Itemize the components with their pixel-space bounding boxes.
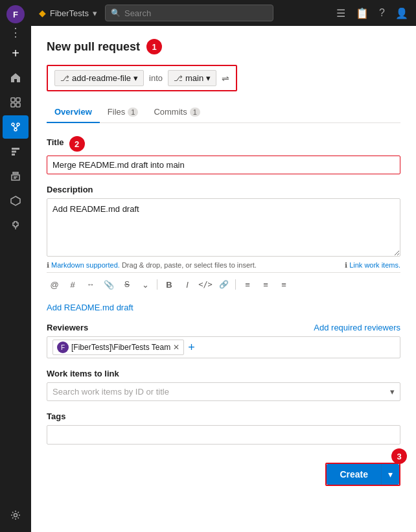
reviewers-section: Reviewers Add required reviewers F [Fibe…: [47, 323, 400, 358]
toolbar-link-button[interactable]: 🔗: [216, 277, 231, 292]
description-section: Description Add README.md draft ℹ Markdo…: [47, 185, 400, 292]
project-diamond-icon: ◆: [39, 8, 46, 18]
svg-rect-3: [16, 103, 20, 107]
reviewer-tag: F [FiberTests]\FiberTests Team ✕: [52, 340, 184, 355]
reviewer-remove-button[interactable]: ✕: [173, 343, 179, 352]
svg-point-4: [12, 123, 14, 126]
add-required-reviewers-link[interactable]: Add required reviewers: [314, 323, 400, 332]
sidebar-menu-dots[interactable]: ⋮: [10, 25, 21, 40]
sidebar-item-extensions[interactable]: [3, 214, 29, 237]
reviewer-add-button[interactable]: +: [188, 341, 195, 354]
create-dropdown-button[interactable]: ▾: [381, 464, 399, 485]
sidebar-item-boards[interactable]: [3, 91, 29, 114]
svg-line-7: [13, 126, 16, 128]
toolbar-sep-2: [235, 279, 236, 290]
toolbar-ordered-list-button[interactable]: ≡: [276, 277, 292, 292]
sidebar-item-home[interactable]: [3, 66, 29, 89]
svg-rect-2: [11, 103, 15, 107]
swap-branches-icon[interactable]: ⇌: [222, 73, 229, 84]
draft-link[interactable]: Add README.md draft: [47, 303, 133, 312]
toolbar-strikethrough-button[interactable]: S: [119, 277, 135, 292]
sidebar-item-testplans[interactable]: [3, 165, 29, 188]
user-icon[interactable]: 👤: [395, 7, 408, 19]
target-branch-chevron[interactable]: ▾: [206, 73, 211, 83]
source-branch-chevron[interactable]: ▾: [133, 73, 138, 83]
svg-marker-11: [11, 196, 20, 205]
tab-commits-count: 1: [190, 108, 200, 117]
reviewers-label: Reviewers: [47, 323, 88, 332]
step-badge-2: 2: [69, 136, 85, 152]
toolbar-hash-button[interactable]: #: [65, 277, 80, 292]
tags-section: Tags: [47, 411, 400, 445]
topbar-search-box[interactable]: 🔍 Search: [105, 5, 273, 21]
toolbar-chevron-button[interactable]: ⌄: [137, 277, 153, 292]
toolbar-mention-button[interactable]: ↔: [83, 277, 98, 292]
page-title-row: New pull request 1: [47, 39, 400, 54]
step-badge-3: 3: [391, 448, 407, 464]
work-items-search[interactable]: Search work items by ID or title ▾: [47, 382, 400, 401]
tab-files[interactable]: Files 1: [100, 102, 146, 123]
branch-icon-target: ⎇: [174, 74, 183, 83]
search-icon: 🔍: [111, 8, 121, 17]
svg-rect-0: [11, 98, 15, 102]
tab-commits[interactable]: Commits 1: [146, 102, 207, 123]
tags-input[interactable]: [47, 425, 400, 445]
svg-point-6: [14, 128, 17, 131]
topbar-right-icons: ☰ 📋 ? 👤: [336, 7, 408, 19]
toolbar-unordered-list-button[interactable]: ≡: [258, 277, 273, 292]
svg-rect-1: [16, 98, 20, 102]
menu-icon[interactable]: ☰: [336, 7, 345, 19]
toolbar-align-button[interactable]: ≡: [240, 277, 255, 292]
sidebar-item-settings[interactable]: [3, 503, 29, 527]
source-branch-name: add-readme-file: [72, 73, 131, 83]
tab-files-count: 1: [128, 108, 138, 117]
tab-commits-label: Commits: [154, 107, 187, 117]
description-textarea[interactable]: Add README.md draft: [47, 198, 400, 257]
markdown-hint-link[interactable]: Markdown supported.: [51, 261, 120, 269]
reviewer-field[interactable]: F [FiberTests]\FiberTests Team ✕ +: [47, 336, 400, 358]
toolbar-at-button[interactable]: @: [47, 277, 62, 292]
target-branch-button[interactable]: ⎇ main ▾: [168, 70, 216, 86]
sidebar-item-add[interactable]: +: [3, 41, 29, 65]
markdown-hint-suffix: Drag & drop, paste, or select files to i…: [122, 261, 257, 269]
create-button[interactable]: Create: [327, 464, 381, 485]
create-button-wrap: Create ▾ 3: [325, 463, 400, 486]
title-section: Title 2: [47, 136, 400, 174]
sidebar-item-pipelines[interactable]: [3, 140, 29, 163]
markdown-hint: ℹ Markdown supported. Drag & drop, paste…: [47, 261, 400, 270]
info-icon-2: ℹ: [345, 261, 347, 269]
bottom-bar: Create ▾ 3: [47, 455, 400, 486]
page-title: New pull request: [47, 40, 140, 54]
reviewer-name: [FiberTests]\FiberTests Team: [71, 343, 170, 352]
branch-selector-row: ⎇ add-readme-file ▾ into ⎇ main ▾ ⇌: [47, 65, 237, 91]
work-items-label: Work items to link: [47, 369, 400, 378]
work-items-section: Work items to link Search work items by …: [47, 369, 400, 401]
toolbar-sep-1: [157, 279, 157, 290]
work-items-placeholder: Search work items by ID or title: [52, 387, 169, 397]
help-icon[interactable]: ?: [379, 7, 385, 19]
target-branch-name: main: [185, 73, 203, 83]
topbar-project[interactable]: ◆ FiberTests ▾: [39, 8, 97, 18]
tab-files-label: Files: [108, 107, 125, 117]
source-branch-button[interactable]: ⎇ add-readme-file ▾: [54, 70, 144, 86]
toolbar-code-button[interactable]: </>: [198, 277, 213, 292]
reviewer-avatar: F: [57, 341, 69, 353]
clipboard-icon[interactable]: 📋: [356, 7, 369, 19]
editor-toolbar: @ # ↔ 📎 S ⌄ B I </> 🔗 ≡ ≡ ≡: [47, 272, 400, 292]
reviewers-header: Reviewers Add required reviewers: [47, 323, 400, 332]
link-work-items-link[interactable]: Link work items.: [349, 261, 400, 269]
toolbar-attach-button[interactable]: 📎: [101, 277, 117, 292]
topbar-project-chevron[interactable]: ▾: [93, 8, 97, 18]
topbar-project-name: FiberTests: [50, 8, 89, 18]
work-items-dropdown-arrow: ▾: [390, 387, 395, 397]
sidebar-item-artifacts[interactable]: [3, 189, 29, 213]
sidebar-item-repos[interactable]: [3, 115, 29, 139]
title-input[interactable]: [47, 156, 400, 174]
toolbar-bold-button[interactable]: B: [161, 277, 177, 292]
tab-overview[interactable]: Overview: [47, 102, 100, 123]
topbar: ◆ FiberTests ▾ 🔍 Search ☰ 📋 ? 👤: [31, 0, 416, 26]
sidebar-avatar[interactable]: F: [6, 5, 25, 23]
draft-link-section: Add README.md draft: [47, 303, 400, 312]
toolbar-italic-button[interactable]: I: [179, 277, 195, 292]
search-placeholder: Search: [124, 8, 151, 18]
